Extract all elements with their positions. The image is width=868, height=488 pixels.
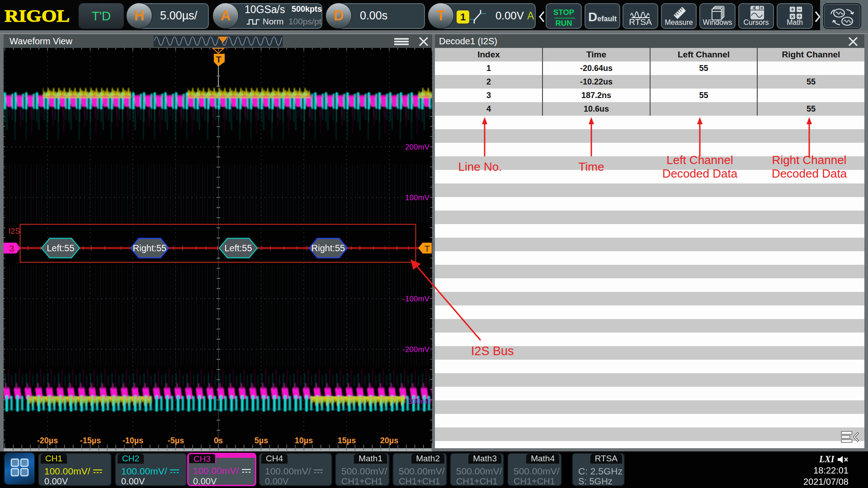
svg-text:10µs: 10µs (295, 436, 313, 445)
svg-text:Left:55: Left:55 (224, 243, 252, 253)
svg-text:T: T (216, 55, 222, 64)
svg-text:A: A (753, 6, 755, 10)
svg-text:200mV: 200mV (405, 143, 430, 151)
svg-text:0s: 0s (214, 436, 223, 445)
svg-text:5µs: 5µs (255, 436, 268, 445)
svg-text:Right:55: Right:55 (311, 243, 345, 253)
svg-text:-10µs: -10µs (123, 436, 143, 445)
svg-text:-200mV: -200mV (402, 345, 429, 354)
svg-text:B: B (761, 6, 764, 10)
svg-text:-5µs: -5µs (168, 436, 184, 445)
svg-text:Right:55: Right:55 (133, 243, 167, 253)
svg-text:-15µs: -15µs (80, 436, 101, 445)
svg-text:T: T (425, 244, 430, 253)
svg-text:3: 3 (9, 243, 14, 253)
svg-text:100mV: 100mV (405, 193, 430, 202)
svg-text:-20µs: -20µs (37, 436, 58, 445)
svg-text:-100mV: -100mV (402, 295, 429, 303)
svg-text:20µs: 20µs (380, 436, 398, 445)
svg-text:-300mV: -300mV (405, 397, 432, 406)
svg-text:15µs: 15µs (338, 436, 356, 445)
svg-text:I2S: I2S (9, 227, 20, 235)
svg-text:Left:55: Left:55 (47, 243, 74, 253)
